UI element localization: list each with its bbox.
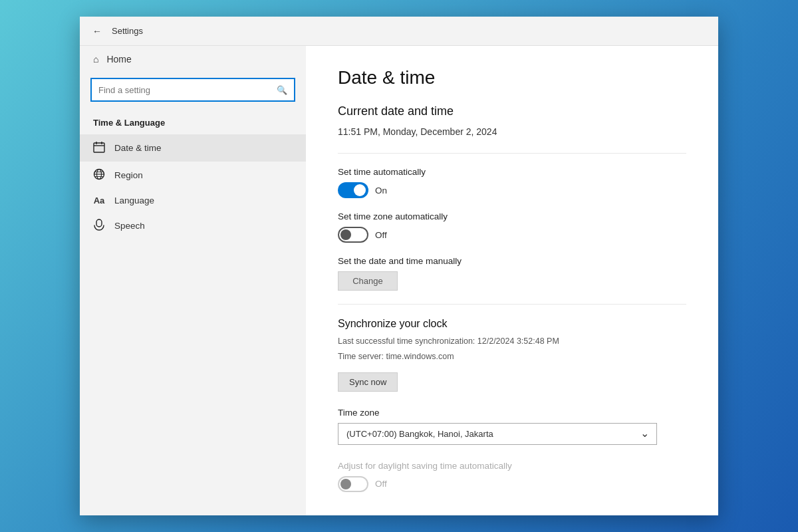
- divider-2: [338, 304, 686, 305]
- sidebar-item-language[interactable]: Aa Language: [80, 189, 306, 212]
- daylight-toggle[interactable]: [338, 476, 368, 492]
- date-time-icon: [93, 141, 105, 155]
- sidebar-section-title: Time & Language: [80, 112, 306, 134]
- titlebar: ← Settings: [80, 17, 718, 46]
- sync-now-button[interactable]: Sync now: [338, 372, 398, 392]
- set-time-auto-value: On: [375, 186, 387, 196]
- page-title: Date & time: [338, 67, 686, 88]
- set-timezone-auto-toggle[interactable]: [338, 227, 368, 243]
- search-icon: 🔍: [277, 85, 287, 95]
- set-manual-label: Set the date and time manually: [338, 256, 686, 266]
- set-timezone-auto-row: Set time zone automatically Off: [338, 211, 686, 243]
- sidebar-item-home[interactable]: ⌂ Home: [80, 46, 306, 72]
- sidebar-item-region[interactable]: Region: [80, 162, 306, 189]
- set-time-auto-toggle[interactable]: [338, 182, 368, 198]
- sync-heading: Synchronize your clock: [338, 318, 686, 330]
- set-timezone-auto-label: Set time zone automatically: [338, 211, 686, 221]
- sidebar-item-date-time[interactable]: Date & time: [80, 134, 306, 162]
- set-time-auto-label: Set time automatically: [338, 167, 686, 177]
- main-panel: Date & time Current date and time 11:51 …: [306, 46, 718, 515]
- set-timezone-auto-toggle-row: Off: [338, 227, 686, 243]
- set-time-auto-toggle-row: On: [338, 182, 686, 198]
- sync-section: Synchronize your clock Last successful t…: [338, 318, 686, 392]
- timezone-select[interactable]: (UTC+07:00) Bangkok, Hanoi, Jakarta: [338, 423, 657, 445]
- set-time-auto-row: Set time automatically On: [338, 167, 686, 198]
- set-timezone-auto-value: Off: [375, 230, 387, 240]
- search-box[interactable]: 🔍: [90, 78, 295, 102]
- set-manual-row: Set the date and time manually Change: [338, 256, 686, 291]
- daylight-label: Adjust for daylight saving time automati…: [338, 461, 686, 471]
- sync-server-info: Time server: time.windows.com: [338, 350, 686, 363]
- home-icon: ⌂: [93, 54, 98, 65]
- current-date-time-heading: Current date and time: [338, 104, 686, 118]
- back-button[interactable]: ←: [88, 22, 106, 41]
- daylight-toggle-row: Off: [338, 476, 686, 492]
- divider-1: [338, 153, 686, 154]
- settings-window: ← Settings ⌂ Home 🔍 Time & Language: [80, 17, 718, 515]
- sidebar-item-speech[interactable]: Speech: [80, 212, 306, 239]
- timezone-section: Time zone (UTC+07:00) Bangkok, Hanoi, Ja…: [338, 408, 686, 445]
- sync-last-info: Last successful time synchronization: 12…: [338, 335, 686, 348]
- timezone-label: Time zone: [338, 408, 686, 418]
- content-area: ⌂ Home 🔍 Time & Language: [80, 46, 718, 515]
- search-input[interactable]: [98, 85, 277, 95]
- svg-rect-9: [96, 219, 102, 227]
- daylight-section: Adjust for daylight saving time automati…: [338, 461, 686, 492]
- language-icon: Aa: [93, 196, 105, 205]
- speech-icon: [93, 219, 105, 233]
- daylight-value: Off: [375, 479, 387, 489]
- region-icon: [93, 168, 105, 182]
- window-title: Settings: [112, 26, 143, 36]
- current-datetime-display: 11:51 PM, Monday, December 2, 2024: [338, 126, 686, 137]
- change-button[interactable]: Change: [338, 271, 398, 291]
- svg-rect-0: [94, 143, 104, 152]
- timezone-wrapper: (UTC+07:00) Bangkok, Hanoi, Jakarta: [338, 423, 657, 445]
- sidebar: ⌂ Home 🔍 Time & Language: [80, 46, 306, 515]
